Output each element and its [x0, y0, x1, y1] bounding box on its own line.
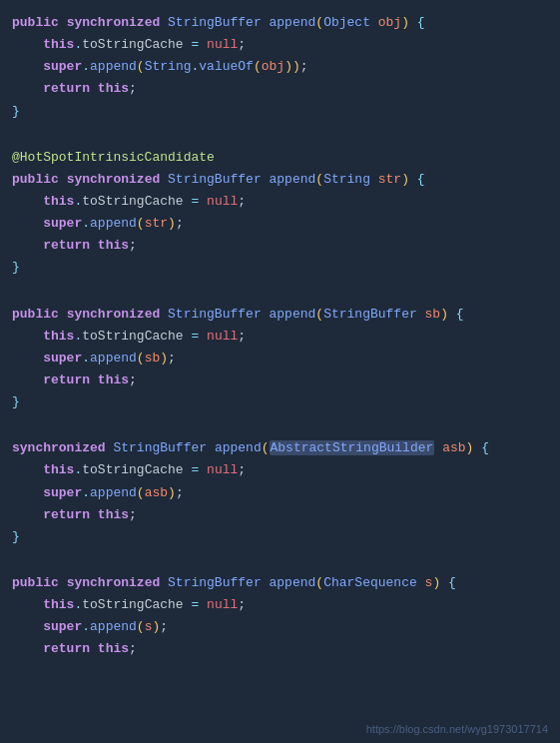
divider [0, 290, 560, 300]
divider [0, 133, 560, 143]
divider [0, 558, 560, 568]
divider [0, 423, 560, 433]
watermark: https://blog.csdn.net/wyg1973017714 [366, 723, 548, 735]
code-line: return this; [0, 370, 560, 391]
code-line: public synchronized StringBuffer append(… [0, 304, 560, 326]
annotation-line: @HotSpotIntrinsicCandidate [0, 147, 560, 169]
code-line: } [0, 101, 560, 123]
code-line: return this; [0, 235, 560, 257]
code-line: super.append(String.valueOf(obj)); [0, 56, 560, 78]
code-block-4: synchronized StringBuffer append(Abstrac… [0, 433, 560, 552]
code-line: public synchronized StringBuffer append(… [0, 12, 560, 34]
code-line: this.toStringCache = null; [0, 459, 560, 481]
code-line: super.append(asb); [0, 482, 560, 504]
code-line: synchronized StringBuffer append(Abstrac… [0, 437, 560, 459]
code-line: super.append(str); [0, 213, 560, 235]
code-line: super.append(s); [0, 616, 560, 638]
code-line: this.toStringCache = null; [0, 594, 560, 616]
code-line: this.toStringCache = null; [0, 191, 560, 213]
code-block-5: public synchronized StringBuffer append(… [0, 568, 560, 665]
code-line: this.toStringCache = null; [0, 34, 560, 56]
code-line: this.toStringCache = null; [0, 326, 560, 348]
code-line: } [0, 526, 560, 548]
code-block-1: public synchronized StringBuffer append(… [0, 8, 560, 127]
code-line: return this; [0, 504, 560, 526]
code-line: } [0, 391, 560, 413]
code-container: public synchronized StringBuffer append(… [0, 0, 560, 743]
code-line: public synchronized StringBuffer append(… [0, 572, 560, 594]
code-line: } [0, 257, 560, 279]
code-line: return this; [0, 78, 560, 100]
code-line: return this; [0, 638, 560, 660]
code-line: super.append(sb); [0, 348, 560, 370]
code-line: public synchronized StringBuffer append(… [0, 169, 560, 191]
code-block-3: public synchronized StringBuffer append(… [0, 300, 560, 418]
code-block-2: @HotSpotIntrinsicCandidate public synchr… [0, 143, 560, 284]
